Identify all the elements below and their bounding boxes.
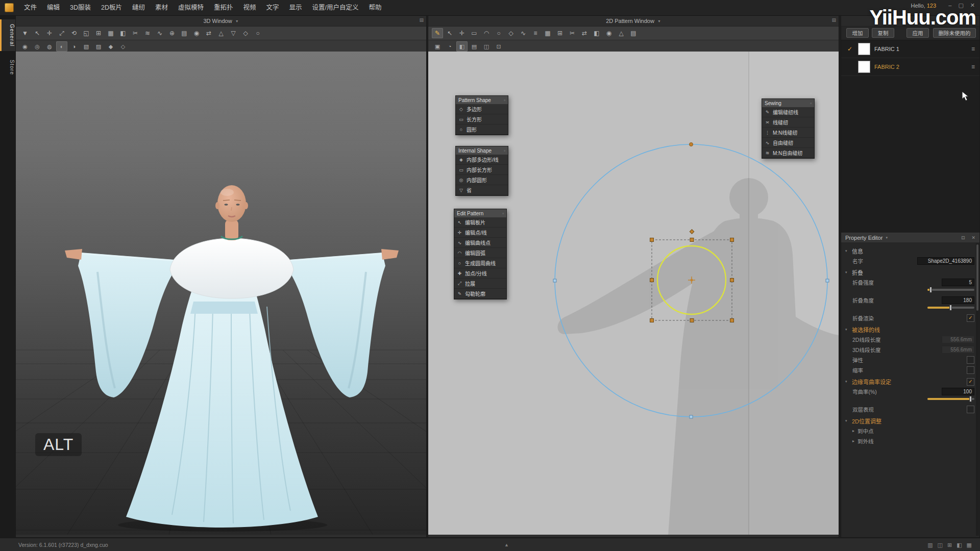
toolbar-3d-tool-icon[interactable]: ✂ — [130, 28, 141, 38]
statusbar-tool-icon[interactable]: ◧ — [957, 542, 962, 548]
section-info[interactable]: ▾ 信息 — [845, 246, 974, 256]
palette-options-icon[interactable]: ▫ — [810, 101, 812, 106]
fabric-add-button[interactable]: 增加 — [846, 28, 869, 38]
toolbar-3d-tool-icon[interactable]: ○ — [252, 28, 263, 38]
toolbar-2d-tool-icon[interactable]: ◠ — [481, 28, 492, 38]
toolbar-3d-display-icon[interactable]: ◆ — [105, 41, 116, 52]
toolbar-2d-tool-icon[interactable]: ∿ — [518, 28, 529, 38]
toolbar-3d-tool-icon[interactable]: ✛ — [44, 28, 55, 38]
toolbar-2d-tool-icon[interactable]: ≡ — [530, 28, 541, 38]
toolbar-3d-display-icon[interactable]: ▨ — [93, 41, 104, 52]
fabric-menu-icon[interactable]: ≡ — [971, 45, 975, 53]
section-fold[interactable]: ▾ 折叠 — [845, 268, 974, 277]
circle-handle-east[interactable] — [826, 279, 829, 282]
toolbar-2d-tool-icon[interactable]: ⇄ — [579, 28, 590, 38]
3d-window-titlebar[interactable]: 3D Window ▼ ▤ — [16, 16, 426, 27]
toolbar-3d-display-icon[interactable]: ◍ — [44, 41, 55, 52]
avatar-3d[interactable] — [65, 185, 399, 532]
maximize-icon[interactable]: ▢ — [958, 2, 963, 9]
palette-item[interactable]: ≋ M:N自由缝纫 — [762, 148, 814, 158]
palette-item[interactable]: ↖ 编辑板片 — [454, 217, 506, 228]
palette-header[interactable]: Sewing ▫ — [762, 99, 814, 107]
toolbar-2d-tool-icon[interactable]: ✎ — [432, 28, 443, 38]
property-editor-titlebar[interactable]: Property Editor ▾ ⊡ ✕ — [841, 233, 979, 242]
toolbar-3d-tool-icon[interactable]: ∿ — [154, 28, 165, 38]
menu-item[interactable]: 编辑 — [42, 0, 65, 15]
palette-options-icon[interactable]: ▫ — [504, 148, 505, 153]
toolbar-2d-tool-icon[interactable]: ◉ — [603, 28, 615, 38]
palette-item[interactable]: ≍ 线缝纫 — [762, 117, 814, 128]
collapse-icon[interactable]: ▾ — [845, 380, 850, 384]
toolbar-2d-display-icon[interactable]: ⊡ — [493, 41, 504, 52]
palette-item[interactable]: ◈ 内部多边形/线 — [456, 155, 508, 165]
fabric-copy-button[interactable]: 复制 — [872, 28, 894, 38]
expand-icon[interactable]: ▸ — [852, 439, 857, 443]
statusbar-tool-icon[interactable]: ▦ — [967, 542, 972, 548]
section-2d-position[interactable]: ▾ 2D位置调整 — [845, 416, 974, 425]
fabric-swatch[interactable] — [858, 61, 870, 73]
toolbar-3d-tool-icon[interactable]: ◉ — [191, 28, 202, 38]
toolbar-3d-tool-icon[interactable]: ◇ — [240, 28, 251, 38]
toolbar-3d-display-icon[interactable]: ◐ — [56, 41, 67, 52]
fold-angle-slider[interactable] — [927, 307, 974, 309]
toolbar-2d-tool-icon[interactable]: ◧ — [591, 28, 602, 38]
toolbar-3d-tool-icon[interactable]: ⊕ — [166, 28, 178, 38]
fold-strength-slider[interactable] — [927, 289, 974, 291]
hello-username[interactable]: 123 — [927, 3, 936, 9]
toolbar-2d-tool-icon[interactable]: ✂ — [567, 28, 578, 38]
close-icon[interactable]: ✕ — [970, 2, 975, 9]
toolbar-3d-display-icon[interactable]: ◉ — [19, 41, 31, 52]
fold-render-checkbox[interactable]: ✓ — [967, 314, 974, 322]
float-panel-icon[interactable]: ⊡ — [961, 235, 965, 240]
toolbar-2d-tool-icon[interactable]: ▤ — [628, 28, 639, 38]
toolbar-2d-display-icon[interactable]: ▣ — [432, 41, 443, 52]
elastic-checkbox[interactable] — [967, 356, 974, 364]
tab-store[interactable]: Store — [0, 55, 15, 80]
palette-item[interactable]: ∿ 编辑曲线点 — [454, 238, 506, 248]
toolbar-3d-tool-icon[interactable]: ▽ — [228, 28, 239, 38]
statusbar-tool-icon[interactable]: ⊞ — [947, 542, 952, 548]
palette-item[interactable]: ◎ 内部圆形 — [456, 175, 508, 185]
toolbar-2d-display-icon[interactable]: ◫ — [481, 41, 492, 52]
menu-item[interactable]: 显示 — [284, 0, 307, 15]
double-layer-checkbox[interactable] — [967, 406, 974, 413]
toolbar-3d-tool-icon[interactable]: ▦ — [105, 28, 116, 38]
palette-header[interactable]: Internal Shape ▫ — [456, 146, 508, 155]
2d-pattern-canvas[interactable]: Pattern Shape ▫ ◇ 多边形 ▭ 长方形 — [428, 52, 839, 535]
close-panel-icon[interactable]: ✕ — [971, 235, 975, 240]
circle-handle-north[interactable] — [690, 143, 693, 146]
expand-icon[interactable]: ▸ — [852, 429, 857, 433]
menu-item[interactable]: 缝纫 — [127, 0, 150, 15]
toolbar-2d-tool-icon[interactable]: △ — [616, 28, 627, 38]
minimize-icon[interactable]: – — [948, 2, 951, 9]
toolbar-3d-tool-icon[interactable]: ▼ — [19, 28, 31, 38]
toolbar-3d-tool-icon[interactable]: ⊞ — [93, 28, 104, 38]
menu-item[interactable]: 重拓扑 — [209, 0, 238, 15]
row-to-center[interactable]: ▸ 到中点 — [845, 425, 974, 436]
toolbar-3d-tool-icon[interactable]: ◱ — [81, 28, 92, 38]
palette-options-icon[interactable]: ▫ — [502, 211, 504, 216]
toolbar-2d-tool-icon[interactable]: ↖ — [444, 28, 455, 38]
property-scrollbar[interactable] — [976, 243, 979, 536]
fold-angle-input[interactable]: 180 — [942, 296, 974, 304]
palette-item[interactable]: ∿ 自由缝纫 — [762, 138, 814, 148]
toolbar-2d-tool-icon[interactable]: ▦ — [542, 28, 553, 38]
chevron-down-icon[interactable]: ▼ — [235, 19, 239, 23]
palette-item[interactable]: ✚ 加点/分线 — [454, 268, 506, 279]
collapse-icon[interactable]: ▾ — [845, 328, 850, 332]
palette-item[interactable]: ▭ 内部长方形 — [456, 165, 508, 175]
toolbar-2d-tool-icon[interactable]: ✛ — [456, 28, 468, 38]
chevron-down-icon[interactable]: ▾ — [886, 236, 888, 240]
palette-item[interactable]: ○ 圆形 — [456, 124, 508, 135]
statusbar-tool-icon[interactable]: ▥ — [927, 542, 933, 548]
section-edge-curvature[interactable]: ▾ 边缘弯曲率设定 ✓ — [845, 377, 974, 386]
menu-item[interactable]: 设置/用户自定义 — [307, 0, 364, 15]
palette-item[interactable]: ◇ 多边形 — [456, 104, 508, 114]
fabric-apply-button[interactable]: 应用 — [906, 28, 929, 38]
app-logo-icon[interactable] — [5, 3, 14, 12]
toolbar-2d-display-icon[interactable]: ▤ — [469, 41, 480, 52]
toolbar-3d-tool-icon[interactable]: △ — [215, 28, 227, 38]
toolbar-2d-tool-icon[interactable]: ○ — [493, 28, 504, 38]
toolbar-3d-display-icon[interactable]: ◎ — [32, 41, 43, 52]
toolbar-3d-tool-icon[interactable]: ⤢ — [56, 28, 67, 38]
